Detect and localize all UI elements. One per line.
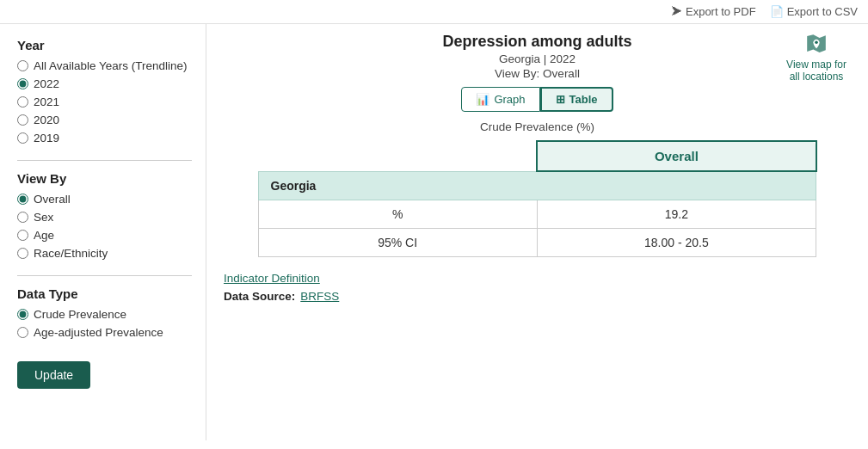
- main-title: Depression among adults: [292, 33, 782, 51]
- year-radio-2021[interactable]: [17, 96, 28, 108]
- datatype-radio-crude[interactable]: [17, 309, 28, 320]
- content-area: Depression among adults Georgia | 2022 V…: [206, 24, 868, 440]
- datatype-option-crude[interactable]: Crude Prevalence: [17, 308, 192, 321]
- datatype-radio-ageadj[interactable]: [17, 327, 28, 338]
- title-block: Depression among adults Georgia | 2022 V…: [292, 33, 782, 112]
- viewby-label-overall: Overall: [34, 193, 71, 206]
- divider-2: [17, 275, 192, 276]
- update-button[interactable]: Update: [17, 361, 90, 389]
- export-csv-label: Export to CSV: [787, 5, 858, 18]
- datatype-label-crude: Crude Prevalence: [34, 308, 126, 321]
- tab-graph-button[interactable]: 📊 Graph: [461, 87, 539, 112]
- viewby-label-race: Race/Ethnicity: [34, 247, 108, 260]
- viewby-section-title: View By: [17, 171, 192, 186]
- pct-row: % 19.2: [258, 200, 816, 229]
- export-csv-icon: 📄: [770, 5, 784, 18]
- main-layout: Year All Available Years (Trendline) 202…: [0, 24, 868, 440]
- table-icon: ⊞: [556, 93, 565, 106]
- datatype-section: Data Type Crude Prevalence Age-adjusted …: [17, 286, 192, 339]
- datatype-option-ageadj[interactable]: Age-adjusted Prevalence: [17, 326, 192, 339]
- subtitle: Georgia | 2022: [292, 52, 782, 65]
- year-radio-2020[interactable]: [17, 114, 28, 126]
- ci-row: 95% CI 18.00 - 20.5: [258, 229, 816, 257]
- export-csv-link[interactable]: 📄 Export to CSV: [770, 5, 858, 18]
- viewby-option-sex[interactable]: Sex: [17, 211, 192, 224]
- viewby-label-sex: Sex: [34, 211, 53, 224]
- year-label-2021: 2021: [34, 95, 59, 108]
- ci-value: 18.00 - 20.5: [537, 229, 816, 257]
- viewby-option-age[interactable]: Age: [17, 229, 192, 242]
- viewby-radio-sex[interactable]: [17, 212, 28, 223]
- year-option-all[interactable]: All Available Years (Trendline): [17, 59, 192, 72]
- viewby-radio-race[interactable]: [17, 248, 28, 259]
- tab-row: 📊 Graph ⊞ Table: [292, 87, 782, 112]
- crude-prevalence-label: Crude Prevalence (%): [224, 120, 851, 133]
- pct-value: 19.2: [537, 200, 816, 229]
- year-option-2021[interactable]: 2021: [17, 95, 192, 108]
- year-radio-all[interactable]: [17, 60, 28, 71]
- year-label-all: All Available Years (Trendline): [34, 59, 188, 72]
- year-option-2020[interactable]: 2020: [17, 114, 192, 126]
- year-label-2019: 2019: [34, 132, 59, 145]
- year-radio-2022[interactable]: [17, 78, 28, 89]
- sidebar: Year All Available Years (Trendline) 202…: [0, 24, 206, 440]
- map-icon: [801, 33, 832, 57]
- viewby-option-overall[interactable]: Overall: [17, 193, 192, 206]
- data-source-label: Data Source:: [224, 290, 295, 303]
- data-table-container: Overall Georgia % 19.2 95% CI 18.00 - 20…: [224, 140, 851, 257]
- brfss-link[interactable]: BRFSS: [300, 290, 339, 303]
- map-link[interactable]: View map for all locations: [782, 33, 851, 83]
- data-source-row: Data Source: BRFSS: [224, 290, 851, 303]
- export-pdf-label: Export to PDF: [686, 5, 756, 18]
- divider-1: [17, 160, 192, 161]
- year-option-2022[interactable]: 2022: [17, 77, 192, 90]
- tab-table-label: Table: [569, 93, 598, 106]
- year-section: Year All Available Years (Trendline) 202…: [17, 38, 192, 145]
- viewby-label-age: Age: [34, 229, 54, 242]
- tab-graph-label: Graph: [494, 93, 525, 106]
- datatype-label-ageadj: Age-adjusted Prevalence: [34, 326, 163, 339]
- header-spacer: [258, 141, 537, 171]
- viewby-option-race[interactable]: Race/Ethnicity: [17, 247, 192, 260]
- svg-point-0: [815, 41, 818, 45]
- georgia-label: Georgia: [258, 171, 816, 200]
- indicator-section: Indicator Definition Data Source: BRFSS: [224, 271, 851, 303]
- top-bar: ⮞ Export to PDF 📄 Export to CSV: [0, 0, 868, 24]
- viewby-radio-overall[interactable]: [17, 194, 28, 205]
- data-table: Overall Georgia % 19.2 95% CI 18.00 - 20…: [258, 140, 817, 257]
- year-label-2020: 2020: [34, 114, 59, 126]
- year-section-title: Year: [17, 38, 192, 52]
- year-radio-2019[interactable]: [17, 132, 28, 144]
- viewby-radio-age[interactable]: [17, 230, 28, 241]
- indicator-definition-link[interactable]: Indicator Definition: [224, 272, 320, 285]
- viewby-section: View By Overall Sex Age Race/Ethnicity: [17, 171, 192, 260]
- datatype-section-title: Data Type: [17, 286, 192, 301]
- year-label-2022: 2022: [34, 77, 59, 90]
- georgia-row: Georgia: [258, 171, 816, 200]
- overall-header-cell: Overall: [537, 141, 816, 171]
- map-link-label: View map for all locations: [782, 58, 851, 83]
- ci-col-header: 95% CI: [258, 229, 537, 257]
- export-pdf-link[interactable]: ⮞ Export to PDF: [671, 5, 756, 18]
- tab-table-button[interactable]: ⊞ Table: [540, 87, 613, 112]
- year-option-2019[interactable]: 2019: [17, 132, 192, 145]
- table-header-row: Overall: [258, 141, 816, 171]
- bar-chart-icon: 📊: [476, 93, 489, 106]
- view-by: View By: Overall: [292, 67, 782, 80]
- export-pdf-icon: ⮞: [671, 5, 682, 18]
- pct-col-header: %: [258, 200, 537, 229]
- content-header: Depression among adults Georgia | 2022 V…: [224, 33, 851, 112]
